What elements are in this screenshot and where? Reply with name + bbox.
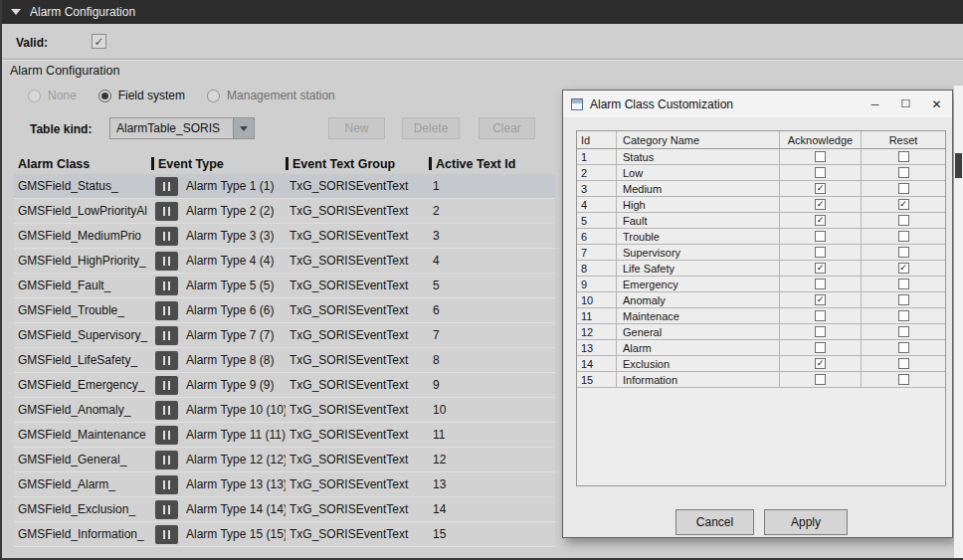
acknowledge-checkbox[interactable]: ✓ [815, 263, 826, 274]
customization-row[interactable]: 15Information [577, 372, 945, 388]
reset-checkbox[interactable] [898, 183, 909, 194]
acknowledge-checkbox[interactable] [815, 247, 826, 258]
dialog-column-header-reset[interactable]: Reset [862, 131, 945, 148]
acknowledge-checkbox[interactable]: ✓ [815, 199, 826, 210]
customization-row[interactable]: 13Alarm [577, 340, 945, 356]
delete-button[interactable]: Delete [402, 117, 460, 139]
pause-icon[interactable] [155, 301, 178, 320]
reset-checkbox[interactable]: ✓ [898, 263, 909, 274]
customization-row[interactable]: 3Medium✓ [577, 181, 945, 197]
pause-icon[interactable] [155, 351, 178, 370]
acknowledge-checkbox[interactable]: ✓ [815, 294, 826, 305]
column-header-active-text-id[interactable]: Active Text Id [432, 157, 565, 171]
acknowledge-checkbox[interactable]: ✓ [815, 215, 826, 226]
alarm-table-row[interactable]: GMSField_MediumPrioAlarm Type 3 (3)TxG_S… [14, 224, 555, 249]
cancel-button[interactable]: Cancel [675, 509, 754, 535]
pause-icon[interactable] [155, 326, 178, 345]
alarm-table-row[interactable]: GMSField_HighPriority_Alarm Type 4 (4)Tx… [14, 249, 555, 274]
reset-checkbox[interactable]: ✓ [898, 199, 909, 210]
customization-row[interactable]: 12General [577, 324, 945, 340]
alarm-table-row[interactable]: GMSField_Status_Alarm Type 1 (1)TxG_SORI… [14, 174, 555, 199]
dropdown-arrow-button[interactable] [233, 118, 254, 138]
customization-row[interactable]: 6Trouble [577, 229, 945, 245]
radio-management-station[interactable]: Management station [207, 89, 335, 102]
pause-icon[interactable] [155, 252, 178, 271]
radio-none[interactable]: None [28, 89, 77, 102]
pause-icon[interactable] [155, 451, 178, 469]
reset-checkbox[interactable] [898, 151, 909, 162]
acknowledge-checkbox[interactable] [815, 342, 826, 353]
reset-checkbox[interactable] [898, 342, 909, 353]
dialog-column-header-id[interactable]: Id [577, 131, 617, 148]
pause-icon[interactable] [155, 401, 178, 420]
customization-row[interactable]: 1Status [577, 149, 945, 165]
apply-button[interactable]: Apply [764, 509, 848, 535]
valid-checkbox[interactable] [92, 34, 106, 49]
customization-row[interactable]: 11Maintenace [577, 308, 945, 324]
scrollbar-track[interactable] [954, 86, 963, 560]
alarm-table-row[interactable]: GMSField_MaintenanceAlarm Type 11 (11)Tx… [14, 423, 555, 448]
pause-icon[interactable] [155, 525, 178, 544]
pause-icon[interactable] [155, 277, 178, 295]
dialog-column-header-acknowledge[interactable]: Acknowledge [780, 131, 862, 148]
acknowledge-checkbox[interactable] [815, 167, 826, 178]
collapse-arrow-icon[interactable] [11, 9, 21, 15]
column-header-event-text-group[interactable]: Event Text Group [289, 157, 429, 171]
reset-checkbox[interactable] [898, 310, 909, 321]
pause-icon[interactable] [155, 177, 178, 196]
reset-checkbox[interactable] [898, 167, 909, 178]
new-button[interactable]: New [328, 117, 385, 139]
acknowledge-checkbox[interactable] [815, 151, 826, 162]
acknowledge-checkbox[interactable] [815, 279, 826, 289]
customization-row[interactable]: 9Emergency [577, 277, 945, 292]
alarm-table-row[interactable]: GMSField_Exclusion_Alarm Type 14 (14)TxG… [14, 497, 555, 522]
alarm-table-row[interactable]: GMSField_LifeSafety_Alarm Type 8 (8)TxG_… [14, 348, 555, 373]
acknowledge-checkbox[interactable]: ✓ [815, 358, 826, 369]
alarm-table-row[interactable]: GMSField_LowPriorityAlAlarm Type 2 (2)Tx… [14, 199, 555, 224]
pause-icon[interactable] [155, 426, 178, 445]
reset-checkbox[interactable] [898, 279, 909, 289]
reset-checkbox[interactable] [898, 231, 909, 242]
pause-icon[interactable] [155, 376, 178, 395]
pause-icon[interactable] [155, 500, 178, 519]
alarm-table-row[interactable]: GMSField_Emergency_Alarm Type 9 (9)TxG_S… [14, 373, 555, 398]
pause-icon[interactable] [155, 227, 178, 246]
alarm-table-row[interactable]: GMSField_Supervisory_Alarm Type 7 (7)TxG… [14, 323, 555, 348]
alarm-table-row[interactable]: GMSField_General_Alarm Type 12 (12)TxG_S… [14, 448, 555, 472]
pause-icon[interactable] [155, 202, 178, 221]
acknowledge-checkbox[interactable] [815, 310, 826, 321]
reset-checkbox[interactable] [898, 374, 909, 385]
customization-row[interactable]: 2Low [577, 165, 945, 181]
reset-checkbox[interactable] [898, 326, 909, 337]
pause-icon[interactable] [155, 475, 178, 494]
customization-row[interactable]: 7Supervisory [577, 245, 945, 261]
customization-row[interactable]: 5Fault✓ [577, 213, 945, 229]
customization-row[interactable]: 4High✓✓ [577, 197, 945, 213]
reset-checkbox[interactable] [898, 294, 909, 305]
customization-row[interactable]: 10Anomaly✓ [577, 292, 945, 308]
acknowledge-checkbox[interactable]: ✓ [815, 183, 826, 194]
maximize-button[interactable]: ☐ [890, 91, 921, 117]
dialog-column-header-category-name[interactable]: Category Name [617, 131, 780, 148]
acknowledge-checkbox[interactable] [815, 231, 826, 242]
acknowledge-checkbox[interactable] [815, 374, 826, 385]
scrollbar-thumb[interactable] [955, 153, 962, 178]
reset-checkbox[interactable] [898, 358, 909, 369]
customization-row[interactable]: 14Exclusion✓ [577, 356, 945, 372]
acknowledge-checkbox[interactable] [815, 326, 826, 337]
reset-checkbox[interactable] [898, 215, 909, 226]
reset-checkbox[interactable] [898, 247, 909, 258]
customization-row[interactable]: 8Life Safety✓✓ [577, 261, 945, 277]
alarm-table-row[interactable]: GMSField_Alarm_Alarm Type 13 (13)TxG_SOR… [14, 472, 555, 497]
close-button[interactable]: ✕ [921, 91, 952, 117]
column-header-event-type[interactable]: Event Type [154, 157, 286, 171]
column-header-alarm-class[interactable]: Alarm Class [14, 157, 151, 171]
clear-button[interactable]: Clear [479, 117, 535, 139]
table-kind-dropdown[interactable]: AlarmTable_SORIS [109, 117, 255, 139]
radio-field-system[interactable]: Field system [98, 89, 185, 102]
alarm-table-row[interactable]: GMSField_Information_Alarm Type 15 (15)T… [14, 522, 555, 547]
minimize-button[interactable]: ─ [860, 91, 890, 117]
alarm-table-row[interactable]: GMSField_Fault_Alarm Type 5 (5)TxG_SORIS… [14, 274, 555, 298]
alarm-table-row[interactable]: GMSField_Anomaly_Alarm Type 10 (10)TxG_S… [14, 398, 555, 423]
alarm-table-row[interactable]: GMSField_Trouble_Alarm Type 6 (6)TxG_SOR… [14, 298, 555, 323]
